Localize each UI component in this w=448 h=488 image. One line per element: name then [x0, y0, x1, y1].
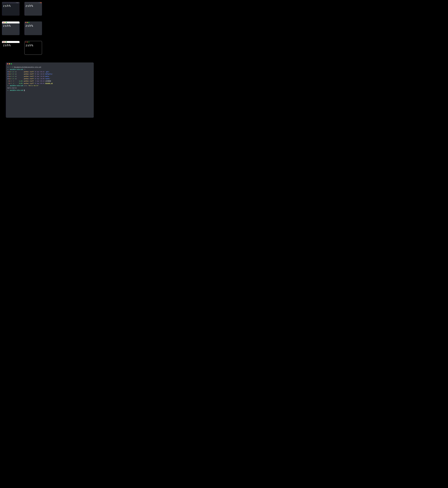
minimize-icon[interactable] — [4, 22, 5, 23]
terminal-styles-grid: × zsh% zsh% zsh% zsh% — [2, 2, 446, 55]
titlebar — [6, 63, 94, 65]
terminal-line: → ansible-role-zsh echo "Hello World" — [8, 85, 92, 87]
minimize-icon[interactable] — [27, 22, 28, 23]
dropdown-icon[interactable] — [16, 2, 16, 3]
terminal-card-outline: zsh% — [24, 41, 42, 55]
terminal-card-mac-dark: zsh% — [24, 22, 42, 35]
echo-arg: "Hello World" — [28, 85, 39, 86]
terminal-line: → ansible-role-zsh — [8, 89, 92, 92]
prompt-text: zsh% — [24, 24, 42, 28]
minimize-icon[interactable] — [4, 41, 5, 42]
cd-path: Documents/GitHub/ansible-role-zsh — [14, 66, 41, 68]
terminal-output: Hello World — [8, 87, 92, 89]
main-terminal: → ~ cd Documents/GitHub/ansible-role-zsh… — [6, 63, 94, 118]
close-icon[interactable] — [3, 41, 4, 42]
prompt-arrow: → — [8, 89, 8, 91]
cwd-dir: ansible-role-zsh — [10, 85, 23, 86]
close-icon[interactable]: × — [18, 2, 19, 3]
close-icon[interactable] — [25, 42, 26, 43]
prompt-arrow: → — [8, 69, 8, 70]
listing-row: drwxr-xr-x@ - patbec staff 15 Apr 10:46 … — [8, 78, 92, 80]
prompt-arrow: → — [8, 66, 8, 68]
cmd-echo: echo — [24, 85, 27, 86]
prompt-text: zsh% — [2, 4, 20, 8]
maximize-icon[interactable] — [39, 2, 40, 3]
listing-row: drwxr-xr-x@ - patbec staff 15 Apr 10:52 … — [8, 73, 92, 75]
listing-row: drwxr-xr-x@ - patbec staff 15 Apr 10:26 … — [8, 75, 92, 78]
listing-row: .rw-r--r-- 1,1Ki patbec staff 9 Apr 09:1… — [8, 80, 92, 82]
cmd-ll: ll — [24, 69, 26, 70]
file-listing: drwxr-xr-x@ - patbec staff 15 Apr 09:41 … — [8, 71, 92, 85]
listing-row: .rw-r--r-- 8,0Ki patbec staff 15 Apr 09:… — [8, 82, 92, 85]
maximize-icon[interactable] — [28, 42, 29, 43]
minimize-icon[interactable] — [38, 3, 39, 3]
prompt-arrow: → — [8, 85, 8, 86]
maximize-icon[interactable] — [6, 22, 7, 23]
listing-row: drwxr-xr-x@ - patbec staff 15 Apr 09:41 … — [8, 71, 92, 73]
terminal-line: → ~ cd Documents/GitHub/ansible-role-zsh — [8, 66, 92, 68]
prompt-text: zsh% — [2, 43, 20, 47]
cursor — [24, 90, 25, 91]
close-icon[interactable] — [3, 22, 4, 23]
maximize-icon[interactable] — [6, 41, 7, 42]
terminal-card-minimal: zsh% — [2, 41, 20, 55]
close-icon[interactable] — [40, 2, 41, 3]
terminal-card-gnome-dark: × zsh% — [2, 2, 20, 16]
close-icon[interactable] — [7, 63, 8, 64]
titlebar — [2, 41, 20, 43]
titlebar: × — [2, 2, 20, 4]
titlebar — [24, 22, 42, 24]
minimize-icon[interactable] — [9, 63, 10, 64]
maximize-icon[interactable] — [28, 22, 29, 23]
cwd-dir: ansible-role-zsh — [10, 69, 23, 70]
cwd-tilde: ~ — [10, 66, 11, 68]
prompt-text: zsh% — [2, 24, 20, 28]
terminal-body[interactable]: → ~ cd Documents/GitHub/ansible-role-zsh… — [6, 65, 94, 92]
titlebar — [2, 22, 20, 24]
terminal-card-gnome-dark-2: zsh% — [24, 2, 42, 16]
cwd-dir: ansible-role-zsh — [10, 89, 23, 91]
titlebar — [24, 41, 42, 43]
cmd-cd: cd — [12, 66, 13, 68]
prompt-text: zsh% — [24, 43, 42, 48]
terminal-line: → ansible-role-zsh ll — [8, 68, 92, 71]
close-icon[interactable] — [25, 22, 26, 23]
minimize-icon[interactable] — [27, 42, 28, 43]
hamburger-icon[interactable] — [17, 2, 18, 3]
maximize-icon[interactable] — [11, 63, 12, 64]
prompt-text: zsh% — [24, 4, 42, 8]
titlebar — [24, 2, 42, 4]
terminal-card-mac-light: zsh% — [2, 22, 20, 35]
